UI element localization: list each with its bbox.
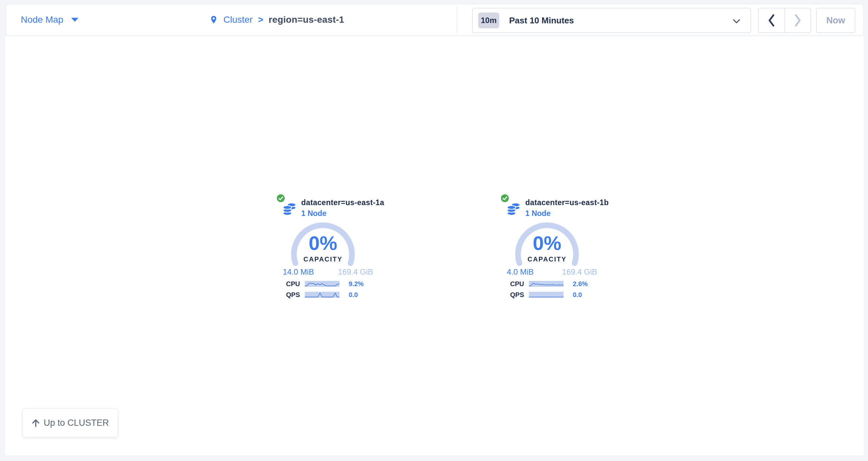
- database-stack-icon: [282, 201, 297, 216]
- datacenter-node-count[interactable]: 1 Node: [301, 209, 384, 218]
- up-to-cluster-label: Up to CLUSTER: [43, 418, 109, 428]
- node-map-canvas: datacenter=us-east-1a 1 Node 0% CAPACITY…: [5, 36, 864, 455]
- header-bar: Node Map Cluster > region=us-east-1 10m …: [6, 4, 864, 36]
- capacity-percent: 0%: [514, 233, 580, 254]
- capacity-range: 14.0 MiB 169.4 GiB: [283, 267, 373, 276]
- capacity-label: CAPACITY: [510, 256, 584, 263]
- qps-value: 0.0: [573, 291, 582, 299]
- datacenter-header: datacenter=us-east-1a 1 Node: [301, 198, 384, 218]
- time-step-forward-button[interactable]: [785, 8, 811, 33]
- cpu-label: CPU: [286, 280, 305, 288]
- cpu-sparkline: [529, 281, 563, 287]
- chevron-left-icon: [768, 14, 775, 27]
- datacenter-header: datacenter=us-east-1b 1 Node: [525, 198, 609, 218]
- datacenter-module[interactable]: datacenter=us-east-1b 1 Node 0% CAPACITY…: [500, 194, 612, 302]
- stat-rows: CPU 9.2% QPS 0.0: [286, 281, 364, 302]
- caret-down-icon: [71, 18, 79, 22]
- qps-row: QPS 0.0: [510, 291, 588, 298]
- cpu-value: 2.6%: [573, 280, 588, 288]
- chevron-right-icon: [794, 14, 802, 27]
- location-pin-icon: [209, 14, 218, 26]
- capacity-range: 4.0 MiB 169.4 GiB: [507, 267, 597, 276]
- qps-sparkline: [305, 292, 339, 298]
- arrow-up-icon: [31, 419, 40, 427]
- qps-label: QPS: [510, 291, 529, 299]
- datacenter-node-count[interactable]: 1 Node: [525, 209, 609, 218]
- time-step-buttons: [758, 8, 811, 33]
- stat-rows: CPU 2.6% QPS 0.0: [510, 281, 588, 302]
- capacity-gauge-arc: [514, 221, 580, 287]
- cpu-sparkline: [305, 281, 339, 287]
- time-range-dropdown[interactable]: 10m Past 10 Minutes: [472, 8, 751, 33]
- capacity-total: 169.4 GiB: [562, 267, 597, 276]
- capacity-percent: 0%: [290, 233, 356, 254]
- breadcrumb-separator: >: [258, 14, 263, 25]
- qps-row: QPS 0.0: [286, 291, 364, 298]
- node-map-page: Node Map Cluster > region=us-east-1 10m …: [0, 0, 868, 461]
- time-range-label: Past 10 Minutes: [509, 15, 574, 26]
- view-selector-dropdown[interactable]: Node Map: [21, 4, 79, 35]
- capacity-used: 14.0 MiB: [283, 267, 314, 276]
- cpu-label: CPU: [510, 280, 529, 288]
- qps-value: 0.0: [349, 291, 358, 299]
- capacity-label: CAPACITY: [286, 256, 360, 263]
- header-divider: [457, 7, 457, 33]
- qps-label: QPS: [286, 291, 305, 299]
- time-step-back-button[interactable]: [758, 8, 785, 33]
- datacenter-title: datacenter=us-east-1a: [301, 198, 384, 207]
- datacenter-module[interactable]: datacenter=us-east-1a 1 Node 0% CAPACITY…: [276, 194, 388, 302]
- chevron-down-icon: [733, 19, 740, 23]
- database-stack-icon: [506, 201, 521, 216]
- view-selector-label: Node Map: [21, 14, 63, 25]
- capacity-total: 169.4 GiB: [338, 267, 373, 276]
- capacity-gauge-arc: [290, 221, 356, 287]
- time-range-badge: 10m: [478, 12, 499, 28]
- capacity-used: 4.0 MiB: [507, 267, 533, 276]
- breadcrumb-cluster-link[interactable]: Cluster: [223, 14, 253, 25]
- cpu-row: CPU 9.2%: [286, 281, 364, 287]
- up-to-cluster-button[interactable]: Up to CLUSTER: [23, 408, 118, 437]
- breadcrumb: Cluster > region=us-east-1: [209, 4, 344, 35]
- cpu-value: 9.2%: [349, 280, 364, 288]
- now-button[interactable]: Now: [816, 8, 855, 33]
- breadcrumb-current: region=us-east-1: [269, 14, 344, 25]
- qps-sparkline: [529, 292, 563, 298]
- datacenter-title: datacenter=us-east-1b: [525, 198, 609, 207]
- cpu-row: CPU 2.6%: [510, 281, 588, 287]
